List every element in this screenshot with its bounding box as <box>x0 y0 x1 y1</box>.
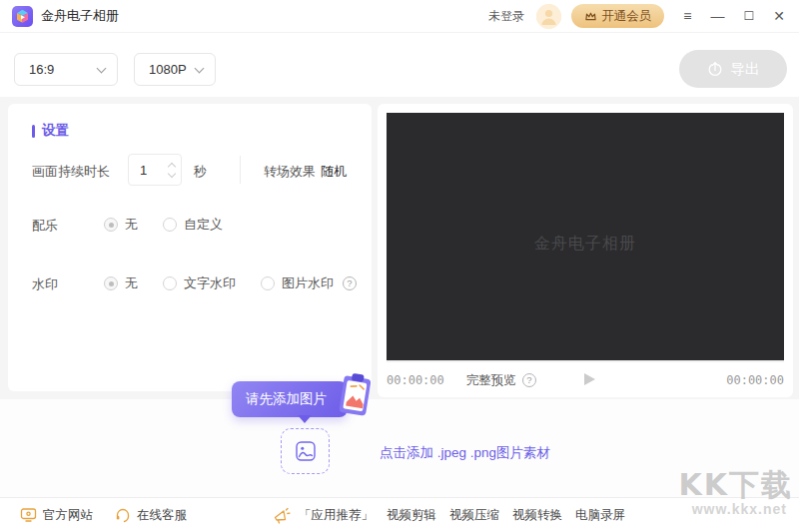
duration-label: 画面持续时长 <box>32 163 110 181</box>
full-preview-help-icon[interactable]: ? <box>522 373 536 387</box>
settings-header: 设置 <box>32 122 69 140</box>
full-preview-toggle[interactable]: 完整预览 ? <box>466 372 536 389</box>
divider <box>240 156 241 184</box>
tooltip-text: 请先添加图片 <box>246 390 327 408</box>
promo-screen-record[interactable]: 电脑录屏 <box>575 507 625 524</box>
radio-watermark-image[interactable] <box>261 276 275 290</box>
app-title: 金舟电子相册 <box>41 7 119 25</box>
minimize-icon[interactable]: — <box>711 9 725 23</box>
menu-icon[interactable]: ≡ <box>683 9 691 23</box>
radio-music-custom[interactable] <box>163 218 177 232</box>
vip-button-label: 开通会员 <box>601 8 651 25</box>
radio-watermark-none-label[interactable]: 无 <box>125 274 138 292</box>
login-status[interactable]: 未登录 <box>488 8 524 25</box>
online-support-label: 在线客服 <box>137 507 187 524</box>
video-watermark-text: 金舟电子相册 <box>534 212 636 255</box>
official-website-link[interactable]: 官方网站 <box>20 507 93 524</box>
transition-value[interactable]: 随机 <box>321 163 347 181</box>
open-vip-button[interactable]: 开通会员 <box>571 4 664 28</box>
music-label: 配乐 <box>32 217 58 235</box>
chevron-down-icon <box>195 63 205 73</box>
elapsed-time: 00:00:00 <box>387 373 444 387</box>
image-icon <box>295 440 317 462</box>
watermark-help-icon[interactable]: ? <box>343 276 357 290</box>
app-logo-icon <box>12 6 33 27</box>
official-website-label: 官方网站 <box>43 507 93 524</box>
export-button-label: 导出 <box>731 60 760 79</box>
aspect-ratio-value: 16:9 <box>29 62 54 77</box>
radio-watermark-image-label[interactable]: 图片水印 <box>282 274 334 292</box>
duration-input-box <box>128 154 182 186</box>
add-image-hint[interactable]: 点击添加 .jpeg .png图片素材 <box>380 444 550 462</box>
resolution-value: 1080P <box>149 62 187 77</box>
crown-icon <box>584 11 597 22</box>
aspect-ratio-dropdown[interactable]: 16:9 <box>14 53 118 86</box>
radio-music-custom-label[interactable]: 自定义 <box>184 216 223 234</box>
clipboard-image-icon <box>336 371 376 419</box>
chevron-down-icon <box>97 63 107 73</box>
transition-label: 转场效果 <box>264 163 316 181</box>
radio-watermark-text-label[interactable]: 文字水印 <box>184 274 236 292</box>
add-image-button[interactable] <box>281 428 330 474</box>
app-promo-group: 「应用推荐」 <box>273 507 374 524</box>
radio-music-none[interactable] <box>104 218 118 232</box>
online-support-link[interactable]: 在线客服 <box>115 507 187 524</box>
export-icon <box>707 61 723 77</box>
duration-unit: 秒 <box>194 163 207 181</box>
close-icon[interactable]: ✕ <box>773 9 785 23</box>
video-preview: 金舟电子相册 <box>387 113 784 360</box>
music-options: 无 自定义 <box>104 216 223 234</box>
duration-input[interactable] <box>129 163 159 178</box>
toolbar: 16:9 1080P 导出 <box>0 34 799 97</box>
play-button[interactable] <box>584 373 595 385</box>
tooltip-arrow <box>298 415 312 423</box>
preview-panel: 金舟电子相册 00:00:00 完整预览 ? 00:00:00 <box>378 104 793 397</box>
footer-bar: 官方网站 在线客服 「应用推荐」 视频剪辑 视频压缩 视频转换 电脑录屏 <box>0 497 799 532</box>
total-time: 00:00:00 <box>726 373 784 387</box>
progress-bar[interactable] <box>387 360 784 362</box>
promo-video-convert[interactable]: 视频转换 <box>512 507 562 524</box>
radio-watermark-text[interactable] <box>163 276 177 290</box>
stepper-down-icon[interactable] <box>168 169 176 177</box>
radio-watermark-none[interactable] <box>104 276 118 290</box>
megaphone-icon <box>273 507 291 524</box>
settings-panel: 设置 画面持续时长 秒 转场效果 随机 配乐 无 自定义 水印 无 文字水印 图… <box>8 104 372 391</box>
add-image-tooltip: 请先添加图片 <box>232 381 348 417</box>
full-preview-label: 完整预览 <box>466 372 516 389</box>
avatar[interactable] <box>536 4 561 29</box>
title-bar: 金舟电子相册 未登录 开通会员 ≡ — ☐ ✕ <box>0 0 799 33</box>
accent-bar <box>32 125 35 138</box>
settings-title: 设置 <box>42 122 69 140</box>
duration-stepper[interactable] <box>169 164 175 177</box>
watermark-label: 水印 <box>32 275 58 293</box>
watermark-options: 无 文字水印 图片水印 ? <box>104 274 357 292</box>
export-button[interactable]: 导出 <box>679 50 787 88</box>
promo-video-edit[interactable]: 视频剪辑 <box>387 507 436 524</box>
monitor-icon <box>20 507 37 523</box>
resolution-dropdown[interactable]: 1080P <box>134 53 216 86</box>
preview-controls: 00:00:00 完整预览 ? 00:00:00 <box>387 366 784 394</box>
person-icon <box>536 4 561 29</box>
app-promo-label: 「应用推荐」 <box>299 507 374 524</box>
headset-icon <box>115 507 131 523</box>
maximize-icon[interactable]: ☐ <box>744 10 755 22</box>
promo-video-compress[interactable]: 视频压缩 <box>449 507 499 524</box>
radio-music-none-label[interactable]: 无 <box>125 216 138 234</box>
